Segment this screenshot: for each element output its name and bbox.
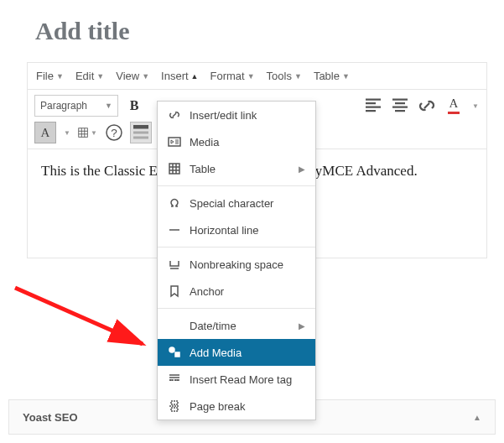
chevron-down-icon: ▼ xyxy=(91,129,97,137)
dd-media[interactable]: Media xyxy=(158,128,315,155)
dd-nbsp[interactable]: Nonbreaking space xyxy=(158,251,315,278)
dd-anchor[interactable]: Anchor xyxy=(158,278,315,305)
svg-rect-4 xyxy=(133,132,148,134)
align-left-button[interactable] xyxy=(362,95,384,117)
horizontal-line-icon xyxy=(168,223,181,237)
help-icon: ? xyxy=(104,122,124,143)
page-title[interactable]: Add title xyxy=(35,17,504,45)
toolbar-toggle-icon xyxy=(131,122,151,143)
dd-table[interactable]: Table ▶ xyxy=(158,155,315,182)
menu-insert[interactable]: Insert▲ xyxy=(161,70,198,82)
link-icon xyxy=(168,108,181,122)
chevron-down-icon: ▼ xyxy=(105,102,112,110)
align-center-button[interactable] xyxy=(389,95,411,117)
bold-button[interactable]: B xyxy=(123,95,145,117)
dd-insert-link[interactable]: Insert/edit link xyxy=(158,102,315,128)
menu-view[interactable]: View▼ xyxy=(116,70,149,82)
dd-label: Media xyxy=(190,136,305,149)
text-color-swatch xyxy=(448,112,460,114)
blank-icon xyxy=(168,319,181,332)
yoast-panel-label: Yoast SEO xyxy=(23,411,78,424)
link-button[interactable] xyxy=(416,95,438,117)
separator xyxy=(158,308,315,309)
format-selector-label: Paragraph xyxy=(40,100,87,112)
page-break-icon xyxy=(168,399,181,413)
dd-label: Add Media xyxy=(190,347,305,359)
menu-tools-label: Tools xyxy=(267,70,292,82)
menu-format[interactable]: Format▼ xyxy=(210,70,255,82)
menu-view-label: View xyxy=(116,70,139,82)
table-icon xyxy=(168,162,181,175)
chevron-up-icon: ▲ xyxy=(473,413,481,422)
nbsp-icon xyxy=(168,258,181,271)
align-center-icon xyxy=(390,96,410,116)
text-color-caret[interactable]: ▼ xyxy=(470,95,480,117)
chevron-down-icon: ▼ xyxy=(64,129,70,137)
dd-label: Insert Read More tag xyxy=(190,373,305,386)
bg-color-button[interactable]: A xyxy=(34,122,56,143)
table-icon xyxy=(77,127,89,138)
dd-label: Anchor xyxy=(190,285,305,298)
omega-icon xyxy=(168,196,181,210)
dd-label: Special character xyxy=(190,197,305,210)
content-text-right: yMCE Advanced. xyxy=(315,163,418,179)
insert-dropdown: Insert/edit link Media Table ▶ Special c… xyxy=(157,101,316,420)
menu-table-label: Table xyxy=(314,70,340,82)
svg-rect-0 xyxy=(79,128,88,138)
chevron-down-icon: ▼ xyxy=(247,72,255,81)
add-media-icon xyxy=(168,346,181,359)
table-button[interactable]: ▼ xyxy=(76,122,98,143)
toolbar-toggle-button[interactable] xyxy=(130,122,152,143)
dd-label: Page break xyxy=(190,400,305,413)
align-left-icon xyxy=(363,96,383,116)
dd-read-more[interactable]: Insert Read More tag xyxy=(158,366,315,393)
chevron-up-icon: ▲ xyxy=(191,72,199,81)
anchor-icon xyxy=(168,284,181,298)
svg-rect-7 xyxy=(169,164,179,174)
menu-edit-label: Edit xyxy=(75,70,94,82)
annotation-arrow xyxy=(8,281,159,373)
chevron-down-icon: ▼ xyxy=(472,102,479,110)
content-text-left: This is the Classic E xyxy=(41,163,158,179)
text-color-button[interactable]: A xyxy=(443,95,465,117)
chevron-down-icon: ▼ xyxy=(294,72,302,81)
menu-format-label: Format xyxy=(210,70,245,82)
format-selector[interactable]: Paragraph ▼ xyxy=(34,95,118,117)
link-icon xyxy=(417,96,437,116)
dd-label: Nonbreaking space xyxy=(190,258,305,271)
dd-datetime[interactable]: Date/time ▶ xyxy=(158,312,315,339)
separator xyxy=(158,247,315,248)
menu-tools[interactable]: Tools▼ xyxy=(267,70,302,82)
dd-page-break[interactable]: Page break xyxy=(158,393,315,420)
menu-table[interactable]: Table▼ xyxy=(314,70,350,82)
chevron-down-icon: ▼ xyxy=(142,72,149,81)
dd-horizontal-line[interactable]: Horizontal line xyxy=(158,216,315,243)
chevron-down-icon: ▼ xyxy=(96,72,104,81)
menu-edit[interactable]: Edit▼ xyxy=(75,70,104,82)
read-more-icon xyxy=(168,373,181,386)
svg-line-9 xyxy=(15,288,143,344)
dd-add-media[interactable]: Add Media xyxy=(158,339,315,366)
chevron-down-icon: ▼ xyxy=(56,72,64,81)
dd-label: Date/time xyxy=(190,320,290,332)
dd-label: Table xyxy=(190,163,290,175)
dd-label: Horizontal line xyxy=(190,224,305,237)
chevron-right-icon: ▶ xyxy=(299,321,305,331)
svg-rect-3 xyxy=(133,125,148,129)
svg-text:?: ? xyxy=(111,127,117,139)
help-button[interactable]: ? xyxy=(103,122,125,143)
separator xyxy=(158,185,315,186)
svg-rect-5 xyxy=(133,137,148,139)
menu-insert-label: Insert xyxy=(161,70,189,82)
menu-file[interactable]: File▼ xyxy=(36,70,64,82)
menu-file-label: File xyxy=(36,70,54,82)
chevron-down-icon: ▼ xyxy=(342,72,350,81)
bg-color-caret[interactable]: ▼ xyxy=(61,122,71,143)
dd-label: Insert/edit link xyxy=(190,109,305,122)
menubar: File▼ Edit▼ View▼ Insert▲ Format▼ Tools▼… xyxy=(28,63,486,90)
dd-special-char[interactable]: Special character xyxy=(158,190,315,216)
chevron-right-icon: ▶ xyxy=(299,164,305,174)
media-icon xyxy=(168,135,181,149)
